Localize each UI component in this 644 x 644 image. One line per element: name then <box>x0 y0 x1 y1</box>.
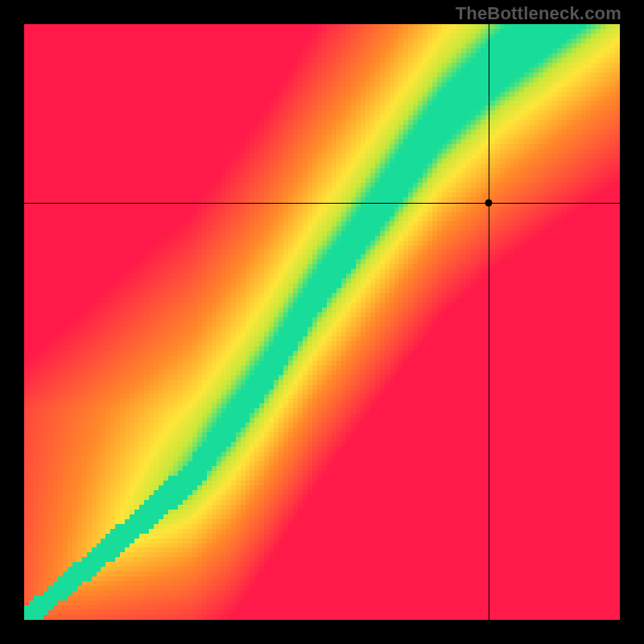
chart-frame: TheBottleneck.com <box>0 0 644 644</box>
bottleneck-heatmap <box>24 24 620 620</box>
crosshair-horizontal <box>24 203 620 204</box>
crosshair-dot-icon <box>485 200 493 207</box>
crosshair-vertical <box>489 24 489 620</box>
plot-area <box>24 24 620 620</box>
watermark-text: TheBottleneck.com <box>456 3 621 24</box>
